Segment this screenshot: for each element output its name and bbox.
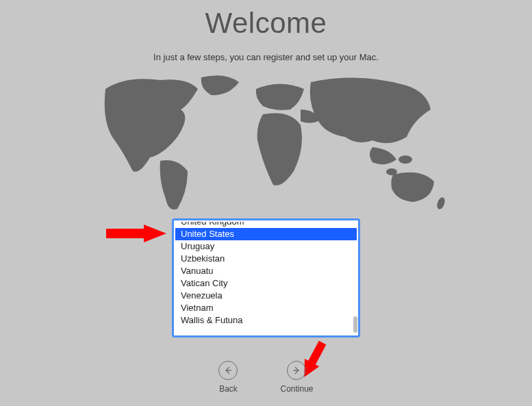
scrollbar-thumb[interactable] [353,316,357,333]
list-item[interactable]: Uzbekistan [175,253,357,265]
arrow-right-icon [287,361,306,380]
list-item[interactable]: Wallis & Futuna [175,314,357,327]
list-item[interactable]: United Kingdom [175,222,357,228]
page-title: Welcome [0,7,532,40]
back-button[interactable]: Back [218,361,238,394]
list-item-selected[interactable]: United States [175,228,357,240]
country-listbox[interactable]: United Kingdom United States Uruguay Uzb… [172,218,360,338]
annotation-arrow-icon [106,225,168,245]
list-item[interactable]: Uruguay [175,240,357,253]
svg-point-2 [435,196,446,210]
back-label: Back [219,384,238,394]
list-item[interactable]: Venezuela [175,290,357,302]
world-map [85,72,448,216]
arrow-left-icon [218,361,238,380]
list-item[interactable]: Vanuatu [175,265,357,277]
list-item[interactable]: Vietnam [175,302,357,314]
page-subtitle: In just a few steps, you can register an… [0,52,532,62]
svg-point-0 [398,155,412,164]
svg-marker-3 [106,225,166,242]
list-item[interactable]: Vatican City [175,277,357,290]
continue-button[interactable]: Continue [280,361,313,394]
continue-label: Continue [280,384,313,394]
